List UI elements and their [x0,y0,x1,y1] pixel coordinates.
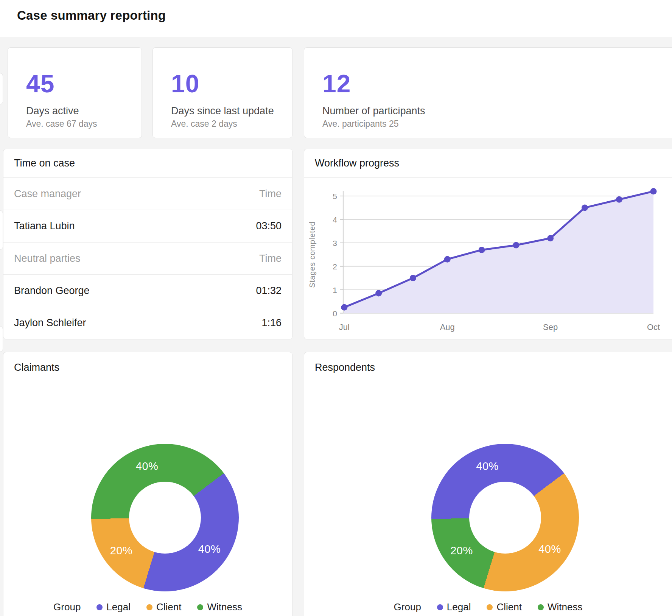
donut-ring [91,444,239,591]
data-point [582,204,588,211]
donut-slice-label: 40% [198,543,221,555]
cutoff-card-fragment [0,73,3,104]
legend-dot-icon [197,604,203,610]
data-point [547,235,554,241]
y-tick-label: 2 [333,262,337,271]
claimants-donut-chart: 40%20%40%GroupLegalClientWitness [3,383,292,616]
stat-card-days-since-update: 10 Days since last update Ave. case 2 da… [152,47,292,138]
month-tick-label: Sep [543,322,558,332]
row-value: 03:50 [256,220,282,232]
legend-item-legal[interactable]: Legal [96,601,131,613]
chart-legend: GroupLegalClientWitness [394,601,583,613]
time-on-case-card: Time on case Case manager Time Tatiana L… [3,149,292,339]
row-value: 1:16 [261,317,282,329]
page-title: Case summary reporting [17,8,166,23]
row-name: Brandon George [14,285,90,297]
legend-dot-icon [538,604,544,610]
stat-value: 45 [26,71,142,96]
table-row: Neutral parties Time [3,242,292,274]
stat-label: Days active [26,105,142,117]
cutoff-card-fragment [0,210,3,250]
data-point [616,196,622,203]
stat-sublabel: Ave. case 2 days [171,119,292,129]
row-value: 01:32 [256,285,282,297]
data-point [444,256,451,263]
data-point [479,247,485,253]
row-name: Tatiana Lubin [14,220,75,232]
legend-dot-icon [96,604,103,610]
page-header: Case summary reporting [0,0,672,37]
table-row: Case manager Time [3,178,292,210]
card-title-row: Workflow progress [304,149,672,178]
donut-ring [431,444,579,591]
stat-card-participants: 12 Number of participants Ave. participa… [304,47,672,138]
row-name: Neutral parties [14,253,81,264]
legend-label: Client [156,601,181,613]
y-tick-label: 1 [333,286,337,294]
legend-title: Group [53,601,81,613]
respondents-card: Respondents 40%40%20%GroupLegalClientWit… [304,352,672,616]
legend-label: Client [496,601,521,613]
stat-value: 12 [322,71,672,96]
time-on-case-table: Case manager Time Tatiana Lubin 03:50 Ne… [3,178,292,339]
row-value: Time [259,188,282,200]
stat-sublabel: Ave. participants 25 [322,119,672,129]
stat-label: Number of participants [322,105,672,117]
data-point [513,242,519,249]
table-row: Tatiana Lubin 03:50 [3,210,292,242]
legend-item-witness[interactable]: Witness [538,601,582,613]
workflow-progress-card: Workflow progress 012345JulAugSepOctStag… [304,149,672,339]
month-tick-label: Aug [440,322,455,332]
row-name: Jaylon Schleifer [14,317,86,329]
y-tick-label: 4 [333,215,337,224]
legend-title: Group [394,601,421,613]
data-point [650,188,657,194]
donut-wrap: 40%20%40% [91,444,239,591]
legend-item-witness[interactable]: Witness [197,601,242,613]
legend-label: Legal [447,601,471,613]
card-title: Respondents [315,362,375,373]
respondents-donut-chart: 40%40%20%GroupLegalClientWitness [304,383,672,616]
card-title: Workflow progress [315,157,399,169]
donut-wrap: 40%40%20% [431,444,579,591]
row-name: Case manager [14,188,81,200]
row-value: Time [259,253,282,264]
month-tick-label: Jul [339,322,350,332]
workflow-line-chart: 012345JulAugSepOctStages completed [304,178,672,340]
y-tick-label: 0 [333,309,337,318]
legend-label: Witness [548,601,582,613]
donut-slice-label: 40% [538,543,561,555]
legend-dot-icon [437,604,443,610]
legend-label: Witness [207,601,242,613]
table-row: Jaylon Schleifer 1:16 [3,307,292,339]
legend-item-client[interactable]: Client [146,601,181,613]
donut-slice-label: 20% [110,544,133,557]
card-title-row: Claimants [3,352,292,383]
data-point [341,304,347,311]
cutoff-card-fragment [0,326,3,352]
y-axis-title: Stages completed [308,221,316,288]
legend-item-client[interactable]: Client [487,601,521,613]
y-tick-label: 5 [333,192,337,201]
card-title: Time on case [14,157,75,169]
stat-label: Days since last update [171,105,292,117]
y-tick-label: 3 [333,239,337,247]
month-tick-label: Oct [647,322,660,332]
chart-legend: GroupLegalClientWitness [53,601,242,613]
legend-item-legal[interactable]: Legal [437,601,471,613]
donut-slice-label: 40% [476,460,499,472]
card-title: Claimants [14,362,59,373]
stats-row: 45 Days active Ave. case 67 days 10 Days… [8,47,672,138]
stat-value: 10 [171,71,292,96]
card-title-row: Respondents [304,352,672,383]
stat-card-days-active: 45 Days active Ave. case 67 days [8,47,142,138]
stat-sublabel: Ave. case 67 days [26,119,142,129]
area-fill [344,191,653,313]
data-point [375,290,382,296]
legend-dot-icon [146,604,152,610]
donut-slice-label: 40% [136,460,159,472]
bottom-row: Claimants 40%20%40%GroupLegalClientWitne… [3,352,672,616]
legend-dot-icon [487,604,493,610]
data-point [410,275,416,281]
middle-row: Time on case Case manager Time Tatiana L… [3,149,672,339]
